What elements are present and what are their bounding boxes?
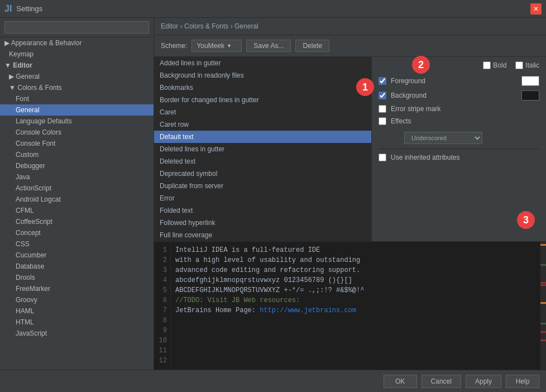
- middle-content: Added lines in gutterBackground in reado…: [154, 57, 546, 241]
- window-title: Settings: [16, 4, 42, 13]
- apply-button[interactable]: Apply: [466, 375, 501, 388]
- background-label: Background: [391, 92, 427, 99]
- effects-dropdown[interactable]: Underscored: [404, 132, 482, 144]
- sidebar-item-cfml[interactable]: CFML: [0, 205, 154, 216]
- bold-label: Bold: [493, 61, 506, 69]
- sidebar-item-console-font[interactable]: Console Font: [0, 138, 154, 149]
- sidebar-item-console-colors[interactable]: Console Colors: [0, 127, 154, 138]
- sidebar-item-cucumber[interactable]: Cucumber: [0, 250, 154, 261]
- sidebar-item-font[interactable]: Font: [0, 93, 154, 104]
- annotation-3: 3: [517, 211, 535, 229]
- code-line: with a high level of usability and outst…: [175, 255, 536, 265]
- sidebar-item-concept[interactable]: Concept: [0, 227, 154, 238]
- sidebar-item-html[interactable]: HTML: [0, 317, 154, 328]
- sidebar-item-editor[interactable]: ▼ Editor: [0, 60, 154, 71]
- help-button[interactable]: Help: [506, 375, 539, 388]
- list-item[interactable]: Duplicate from server: [154, 180, 371, 192]
- line-number: 1: [159, 245, 167, 255]
- list-item[interactable]: Full line coverage: [154, 229, 371, 241]
- effects-checkbox[interactable]: [379, 117, 386, 125]
- sidebar-item-android-logcat[interactable]: Android Logcat: [0, 194, 154, 205]
- effects-dropdown-row: Underscored: [391, 130, 539, 144]
- line-number: 10: [159, 336, 167, 346]
- scheme-row: Scheme: YouMeek ▼ Save As... Delete: [154, 35, 546, 57]
- sidebar-item-keymap[interactable]: Keymap: [0, 49, 154, 60]
- foreground-row: Foreground: [379, 76, 539, 86]
- italic-row: Italic: [515, 61, 539, 69]
- list-item[interactable]: Added lines in gutter: [154, 57, 371, 69]
- list-item[interactable]: Followed hyperlink: [154, 217, 371, 229]
- use-inherited-row: Use inherited attributes: [379, 154, 539, 161]
- bold-checkbox[interactable]: [483, 61, 491, 69]
- line-number: 11: [159, 346, 167, 356]
- bottom-bar: OK Cancel Apply Help: [0, 370, 546, 392]
- breadcrumb: Editor › Colors & Fonts › General: [154, 18, 546, 35]
- list-item[interactable]: Caret: [154, 106, 371, 118]
- line-numbers: 123456789101112: [154, 242, 171, 370]
- foreground-swatch[interactable]: [521, 76, 539, 86]
- sidebar-item-freemarker[interactable]: FreeMarker: [0, 283, 154, 294]
- list-item[interactable]: Error: [154, 192, 371, 204]
- scrollbar-right[interactable]: [540, 242, 546, 370]
- list-item[interactable]: Folded text: [154, 204, 371, 217]
- error-stripe-label: Error stripe mark: [391, 105, 440, 113]
- bold-row: Bold: [483, 61, 506, 69]
- annotation-2: 2: [412, 56, 430, 74]
- separator: [379, 149, 539, 149]
- sidebar-item-debugger[interactable]: Debugger: [0, 160, 154, 171]
- effects-row: Effects: [379, 117, 539, 125]
- sidebar-item-language-defaults[interactable]: Language Defaults: [0, 116, 154, 127]
- use-inherited-checkbox[interactable]: [379, 154, 386, 161]
- search-box: [0, 18, 154, 37]
- background-checkbox[interactable]: [379, 92, 386, 99]
- list-item[interactable]: Caret row: [154, 118, 371, 131]
- line-number: 7: [159, 305, 167, 315]
- line-number: 9: [159, 326, 167, 336]
- effects-label: Effects: [391, 117, 411, 125]
- code-line: IntelliJ IDEA is a full-featured IDE: [175, 245, 536, 255]
- sidebar-item-general[interactable]: ▶ General: [0, 71, 154, 82]
- list-item[interactable]: Deleted text: [154, 155, 371, 168]
- background-row: Background: [379, 90, 539, 101]
- list-item[interactable]: Background in readonly files: [154, 69, 371, 82]
- ok-button[interactable]: OK: [384, 375, 417, 388]
- sidebar-item-groovy[interactable]: Groovy: [0, 294, 154, 305]
- list-item[interactable]: Default text: [154, 131, 371, 143]
- list-item[interactable]: Bookmarks: [154, 82, 371, 94]
- error-stripe-row: Error stripe mark: [379, 105, 539, 113]
- annotation-1: 1: [356, 78, 374, 96]
- sidebar-item-haml[interactable]: HAML: [0, 305, 154, 317]
- sidebar-item-drools[interactable]: Drools: [0, 272, 154, 283]
- line-number: 2: [159, 255, 167, 265]
- italic-checkbox[interactable]: [515, 61, 523, 69]
- code-line: advanced code editing and refactoring su…: [175, 265, 536, 275]
- delete-button[interactable]: Delete: [295, 40, 329, 52]
- line-number: 12: [159, 356, 167, 366]
- list-panel: Added lines in gutterBackground in reado…: [154, 57, 372, 241]
- list-item[interactable]: Deleted lines in gutter: [154, 143, 371, 155]
- sidebar-item-coffeescript[interactable]: CoffeeScript: [0, 216, 154, 227]
- sidebar-item-css[interactable]: CSS: [0, 238, 154, 250]
- sidebar-item-actionscript[interactable]: ActionScript: [0, 183, 154, 194]
- preview-panel: 123456789101112 IntelliJ IDEA is a full-…: [154, 241, 546, 370]
- list-item[interactable]: Deprecated symbol: [154, 168, 371, 180]
- line-number: 4: [159, 275, 167, 285]
- sidebar-item-custom[interactable]: Custom: [0, 149, 154, 160]
- search-input[interactable]: [4, 21, 149, 34]
- sidebar-item-appearance[interactable]: ▶ Appearance & Behavior: [0, 37, 154, 49]
- scheme-label: Scheme:: [161, 42, 187, 50]
- save-as-button[interactable]: Save As...: [246, 40, 291, 52]
- scheme-dropdown[interactable]: YouMeek ▼: [191, 40, 242, 52]
- code-line: //TODO: Visit JB Web resources:: [175, 295, 536, 305]
- cancel-button[interactable]: Cancel: [422, 375, 461, 388]
- list-item[interactable]: Border for changed lines in gutter: [154, 94, 371, 106]
- sidebar-item-general2[interactable]: General: [0, 104, 154, 116]
- close-button[interactable]: ✕: [530, 3, 542, 15]
- sidebar-item-java[interactable]: Java: [0, 171, 154, 183]
- background-swatch[interactable]: [521, 90, 539, 101]
- sidebar-item-database[interactable]: Database: [0, 261, 154, 272]
- foreground-checkbox[interactable]: [379, 77, 386, 85]
- error-stripe-checkbox[interactable]: [379, 105, 386, 113]
- sidebar-item-colors-fonts[interactable]: ▼ Colors & Fonts: [0, 82, 154, 93]
- sidebar-item-javascript[interactable]: JavaScript: [0, 328, 154, 339]
